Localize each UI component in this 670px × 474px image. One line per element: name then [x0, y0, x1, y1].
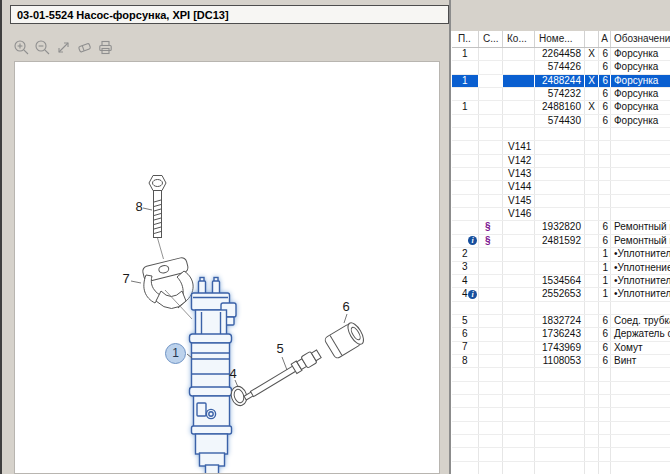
cell-section [479, 368, 503, 380]
cell-position: i [452, 235, 479, 247]
table-row[interactable]: V142 [452, 155, 670, 168]
cell-partnumber [535, 448, 585, 460]
cell-x-flag [585, 302, 599, 314]
cell-code [503, 435, 535, 447]
header-section[interactable]: С... [479, 31, 503, 47]
callout-4-leader [235, 380, 238, 387]
cell-code: V142 [503, 155, 535, 167]
table-row[interactable]: 717439696Хомут [452, 342, 670, 355]
eraser-icon[interactable] [76, 39, 93, 56]
cell-partnumber [535, 248, 585, 260]
cell-designation: Форсунка [611, 115, 670, 127]
header-qty[interactable]: A [599, 31, 611, 47]
pipe-part-5[interactable] [242, 348, 322, 403]
cell-designation: Хомут [611, 342, 670, 354]
cell-code [503, 302, 535, 314]
table-row[interactable]: §19328206Ремонтный комп [452, 221, 670, 234]
cell-position [452, 462, 479, 474]
cell-code [503, 355, 535, 367]
table-row[interactable]: 518327246Соед. трубка выс [452, 315, 670, 328]
table-row[interactable]: 617362436Держатель соед [452, 328, 670, 341]
cell-qty [599, 382, 611, 394]
cell-partnumber [535, 128, 585, 140]
cell-position [452, 88, 479, 100]
cell-qty [599, 155, 611, 167]
cell-section [479, 382, 503, 394]
cell-designation [611, 395, 670, 407]
table-row[interactable]: 12488244X6Форсунка [452, 75, 670, 88]
sleeve-part-6[interactable] [324, 320, 367, 359]
table-row[interactable]: 415345641•Уплотнительное [452, 275, 670, 288]
cell-position [452, 368, 479, 380]
diagram-canvas[interactable]: 1 4 5 6 7 8 [14, 61, 440, 474]
table-row[interactable] [452, 128, 670, 141]
cell-section [479, 115, 503, 127]
cell-qty [599, 208, 611, 220]
zoom-out-icon[interactable] [34, 39, 51, 56]
cell-section [479, 328, 503, 340]
fit-view-icon[interactable] [55, 39, 72, 56]
cell-designation: Форсунка [611, 101, 670, 113]
header-designation[interactable]: Обозначение [611, 31, 670, 47]
table-row[interactable] [452, 422, 670, 435]
cell-designation: Форсунка [611, 61, 670, 73]
table-row[interactable] [452, 408, 670, 421]
table-row[interactable] [452, 302, 670, 315]
cell-qty: 6 [599, 221, 611, 233]
cell-designation [611, 435, 670, 447]
table-row[interactable]: V143 [452, 168, 670, 181]
table-row[interactable]: V146 [452, 208, 670, 221]
cell-code [503, 382, 535, 394]
header-position[interactable]: П.. [452, 31, 479, 47]
cell-section [479, 128, 503, 140]
cell-position: 1 [452, 101, 479, 113]
table-row[interactable]: 4i25526531•Уплотнительное [452, 288, 670, 301]
table-row[interactable]: i§24815926Ремонтный комп [452, 235, 670, 248]
header-x-flag[interactable] [585, 31, 599, 47]
table-row[interactable]: V141 [452, 141, 670, 154]
cell-qty [599, 448, 611, 460]
table-row[interactable]: 31•Уплотнение [452, 262, 670, 275]
cell-partnumber: 2481592 [535, 235, 585, 247]
callout-1-badge[interactable]: 1 [165, 343, 186, 364]
table-row[interactable] [452, 462, 670, 474]
table-row[interactable]: V144 [452, 181, 670, 194]
table-row[interactable]: 12488160X6Форсунка [452, 101, 670, 114]
table-row[interactable]: 12264458X6Форсунка [452, 48, 670, 61]
table-row[interactable]: 5742326Форсунка [452, 88, 670, 101]
table-row[interactable]: 811080536Винт [452, 355, 670, 368]
cell-x-flag [585, 61, 599, 73]
cell-section [479, 342, 503, 354]
cell-x-flag [585, 342, 599, 354]
table-row[interactable] [452, 435, 670, 448]
info-icon[interactable]: i [468, 236, 477, 245]
cell-partnumber [535, 155, 585, 167]
table-row[interactable] [452, 382, 670, 395]
table-row[interactable]: 5744306Форсунка [452, 115, 670, 128]
table-row[interactable] [452, 368, 670, 381]
table-row[interactable] [452, 395, 670, 408]
zoom-in-icon[interactable] [13, 39, 30, 56]
header-partnumber[interactable]: Номе... [535, 31, 585, 47]
cell-qty [599, 395, 611, 407]
cell-section: § [479, 235, 503, 247]
cell-partnumber [535, 422, 585, 434]
cell-x-flag [585, 88, 599, 100]
info-icon[interactable]: i [468, 290, 477, 299]
header-code[interactable]: Ко... [503, 31, 535, 47]
cell-x-flag [585, 288, 599, 300]
table-row[interactable] [452, 448, 670, 461]
cell-position [452, 395, 479, 407]
cell-partnumber [535, 302, 585, 314]
cell-designation [611, 128, 670, 140]
table-row[interactable]: 21•Уплотнительное [452, 248, 670, 261]
table-row[interactable]: V145 [452, 195, 670, 208]
clamp-part-7[interactable] [142, 257, 193, 309]
table-row[interactable]: 5744266Форсунка [452, 61, 670, 74]
cell-partnumber [535, 262, 585, 274]
bolt-part-8[interactable] [149, 176, 166, 238]
cell-x-flag [585, 382, 599, 394]
cell-section [479, 448, 503, 460]
print-icon[interactable] [97, 39, 114, 56]
cell-qty: 6 [599, 235, 611, 247]
